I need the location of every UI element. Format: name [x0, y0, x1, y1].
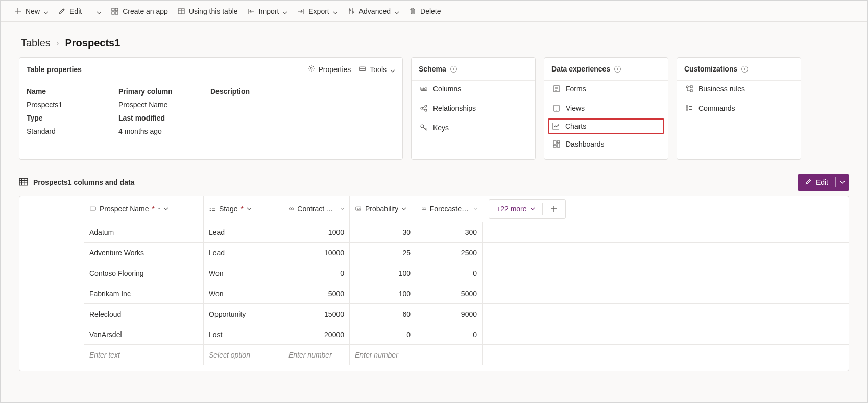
chevron-down-icon [394, 9, 399, 14]
info-icon[interactable]: i [614, 66, 621, 73]
separator [89, 7, 89, 16]
label: Views [566, 104, 585, 112]
cell-name[interactable]: Fabrikam Inc [84, 283, 204, 303]
svg-point-11 [425, 105, 427, 107]
cell-stage[interactable]: Lead [204, 222, 283, 242]
cell-stage[interactable]: Opportunity [204, 304, 283, 324]
prop-label: Type [27, 114, 118, 122]
add-column-button[interactable] [547, 203, 561, 215]
cell-stage[interactable]: Lost [204, 324, 283, 344]
views-link[interactable]: Views [551, 102, 661, 114]
cell-stage-input[interactable]: Select option [204, 345, 283, 365]
breadcrumb-current: Prospects1 [65, 37, 120, 49]
label: Keys [433, 124, 449, 132]
cell-probability[interactable]: 100 [350, 263, 416, 283]
separator [542, 203, 543, 215]
charts-link[interactable]: Charts [548, 118, 664, 134]
cell-forecast-input[interactable] [416, 345, 483, 365]
cell-name[interactable]: Relecloud [84, 304, 204, 324]
properties-link[interactable]: Properties [308, 65, 351, 74]
cell-amount[interactable]: 15000 [283, 304, 350, 324]
toolbar-label: Export [308, 7, 329, 15]
prop-value: Prospect Name [118, 101, 210, 109]
column-header-forecast[interactable]: Forecasted Re... [416, 196, 483, 222]
commands-link[interactable]: Commands [684, 102, 793, 114]
cell-name[interactable]: VanArsdel [84, 324, 204, 344]
edit-data-button[interactable]: Edit [798, 174, 849, 191]
cell-forecast[interactable]: 9000 [416, 304, 483, 324]
cell-amount[interactable]: 5000 [283, 283, 350, 303]
cell-probability[interactable]: 0 [350, 324, 416, 344]
columns-link[interactable]: Columns [419, 83, 528, 95]
cell-amount[interactable]: 0 [283, 263, 350, 283]
svg-rect-23 [686, 106, 688, 107]
delete-button[interactable]: Delete [405, 5, 444, 18]
relationships-link[interactable]: Relationships [419, 102, 528, 114]
cell-name[interactable]: Contoso Flooring [84, 263, 204, 283]
export-button[interactable]: Export [294, 5, 341, 18]
cell-name-input[interactable]: Enter text [84, 345, 204, 365]
svg-point-12 [425, 109, 427, 111]
tools-dropdown[interactable]: Tools [359, 65, 395, 74]
prop-label: Last modified [118, 114, 210, 122]
toolbar-label: Create an app [123, 7, 168, 15]
column-header-probability[interactable]: 123 Probability [350, 196, 416, 222]
svg-point-30 [422, 208, 424, 210]
table-row[interactable]: VanArsdelLost2000000 [84, 324, 849, 344]
table-row[interactable]: Fabrikam IncWon50001005000 [84, 283, 849, 303]
advanced-button[interactable]: Advanced [344, 5, 402, 18]
prop-value: Prospects1 [27, 101, 118, 109]
import-button[interactable]: Import [244, 5, 291, 18]
table-row[interactable]: RelecloudOpportunity15000609000 [84, 303, 849, 324]
chevron-right-icon: › [57, 39, 59, 48]
label: Business rules [698, 85, 745, 93]
cell-forecast[interactable]: 0 [416, 324, 483, 344]
using-table-button[interactable]: Using this table [174, 5, 241, 18]
cell-probability[interactable]: 25 [350, 243, 416, 263]
cell-amount[interactable]: 20000 [283, 324, 350, 344]
keys-link[interactable]: Keys [419, 122, 528, 134]
edit-dropdown[interactable] [836, 180, 849, 185]
svg-point-26 [289, 208, 291, 210]
column-header-name[interactable]: Prospect Name* ↑ [84, 196, 204, 222]
cell-stage[interactable]: Won [204, 283, 283, 303]
more-columns-button[interactable]: +22 more [493, 203, 538, 215]
column-header-amount[interactable]: Contract Amo... [283, 196, 350, 222]
cell-amount[interactable]: 10000 [283, 243, 350, 263]
create-app-button[interactable]: Create an app [108, 5, 171, 18]
column-header-stage[interactable]: Stage* [204, 196, 283, 222]
label: Relationships [433, 104, 476, 112]
cell-prob-input[interactable]: Enter number [350, 345, 416, 365]
cell-forecast[interactable]: 5000 [416, 283, 483, 303]
breadcrumb-root[interactable]: Tables [21, 37, 51, 49]
forms-link[interactable]: Forms [551, 83, 661, 95]
cell-amount[interactable]: 1000 [283, 222, 350, 242]
cell-stage[interactable]: Lead [204, 243, 283, 263]
cell-probability[interactable]: 30 [350, 222, 416, 242]
new-button[interactable]: New [11, 5, 52, 18]
table-row[interactable]: AdatumLead100030300 [84, 222, 849, 242]
cell-name[interactable]: Adventure Works [84, 243, 204, 263]
info-icon[interactable]: i [741, 66, 748, 73]
dashboards-link[interactable]: Dashboards [551, 138, 661, 150]
label: Forms [566, 85, 586, 93]
cell-amount-input[interactable]: Enter number [283, 345, 350, 365]
info-icon[interactable]: i [450, 66, 457, 73]
edit-dropdown[interactable] [93, 6, 105, 16]
cell-probability[interactable]: 60 [350, 304, 416, 324]
svg-point-7 [310, 67, 312, 69]
cell-forecast[interactable]: 2500 [416, 243, 483, 263]
edit-button[interactable]: Edit [55, 5, 85, 18]
business-rules-link[interactable]: Business rules [684, 83, 793, 95]
cell-stage[interactable]: Won [204, 263, 283, 283]
cell-forecast[interactable]: 300 [416, 222, 483, 242]
cell-name[interactable]: Adatum [84, 222, 204, 242]
cell-probability[interactable]: 100 [350, 283, 416, 303]
grid-icon [19, 177, 28, 188]
new-row[interactable]: Enter textSelect optionEnter numberEnter… [84, 344, 849, 365]
card-title: Customizations [684, 65, 737, 73]
label: Forecasted Re... [430, 205, 471, 213]
table-row[interactable]: Adventure WorksLead10000252500 [84, 242, 849, 263]
table-row[interactable]: Contoso FlooringWon01000 [84, 263, 849, 283]
cell-forecast[interactable]: 0 [416, 263, 483, 283]
